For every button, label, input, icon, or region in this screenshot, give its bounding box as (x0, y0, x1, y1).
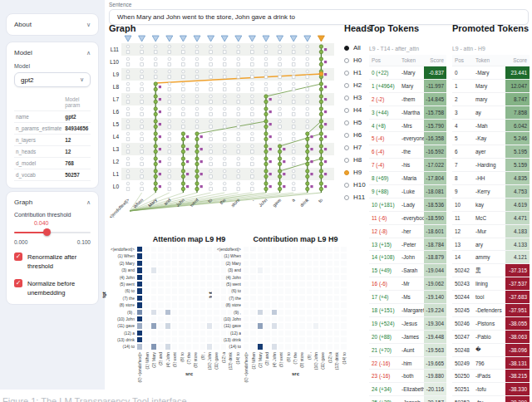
graph-node-attn[interactable] (168, 107, 171, 110)
column-triangle-icon[interactable] (221, 36, 228, 42)
heatmap-cell[interactable] (243, 316, 249, 322)
heatmap-cell[interactable] (178, 267, 185, 273)
ffn-block-icon[interactable] (200, 160, 203, 163)
graph-node-mlp[interactable] (182, 88, 185, 91)
heatmap-cell[interactable] (136, 343, 143, 350)
ffn-block-icon[interactable] (186, 173, 189, 175)
graph-node-mlp[interactable] (154, 125, 157, 128)
graph-node-attn[interactable] (209, 182, 213, 185)
heatmap-cell[interactable] (333, 309, 340, 316)
heatmap-cell[interactable] (165, 295, 171, 302)
heatmap-cell[interactable] (327, 281, 333, 287)
heatmap-cell[interactable] (136, 330, 143, 336)
heatmap-cell[interactable] (185, 302, 192, 308)
heatmap-cell[interactable] (243, 295, 249, 302)
graph-node-attn[interactable] (182, 70, 185, 73)
heatmap-cell[interactable] (185, 252, 192, 259)
graph-node-mlp[interactable] (195, 76, 199, 79)
graph-node-attn[interactable] (168, 57, 171, 61)
graph-node-mlp[interactable] (237, 188, 240, 191)
heatmap-cell[interactable] (340, 267, 347, 273)
graph-node-attn[interactable] (278, 70, 282, 73)
graph-node-mlp[interactable] (140, 175, 144, 179)
head-item-h6[interactable]: H6 (344, 129, 366, 141)
heatmap-cell[interactable] (340, 309, 347, 316)
graph-node-mlp[interactable] (209, 113, 213, 116)
heatmap-cell[interactable] (249, 252, 256, 259)
heatmap-cell[interactable] (298, 274, 305, 281)
graph-node-mlp[interactable] (237, 63, 240, 66)
graph-node-attn[interactable] (278, 107, 282, 110)
graph-node-mlp[interactable] (278, 174, 281, 178)
graph-node-attn[interactable] (278, 157, 281, 160)
ffn-block-icon[interactable] (324, 135, 327, 138)
heatmap-cell[interactable] (249, 302, 256, 308)
heatmap-cell[interactable] (319, 343, 326, 350)
heatmap-cell[interactable] (157, 322, 164, 329)
heatmap-cell[interactable] (257, 274, 264, 281)
ffn-block-icon[interactable] (283, 160, 285, 163)
heatmap-cell[interactable] (249, 343, 256, 350)
ffn-block-icon[interactable] (269, 173, 272, 175)
graph-node-attn[interactable] (292, 145, 295, 148)
graph-node-mlp[interactable] (140, 88, 144, 91)
heatmap-cell[interactable] (278, 302, 284, 308)
column-triangle-icon[interactable] (290, 36, 297, 42)
ffn-block-icon[interactable] (324, 123, 327, 125)
heatmap-cell[interactable] (200, 295, 206, 302)
graph-node-mlp[interactable] (126, 88, 130, 91)
heatmap-cell[interactable] (200, 322, 206, 329)
graph-node-attn[interactable] (264, 45, 268, 48)
graph-node-attn[interactable] (319, 82, 323, 86)
ffn-block-icon[interactable] (159, 148, 161, 150)
graph-node-attn[interactable] (140, 182, 144, 185)
heatmap-cell[interactable] (284, 309, 291, 316)
heatmap-cell[interactable] (298, 330, 305, 336)
graph-node-mlp[interactable] (195, 100, 199, 104)
graph-node-mlp[interactable] (223, 76, 226, 79)
graph-node-mlp[interactable] (278, 63, 282, 66)
graph-node-mlp[interactable] (168, 63, 171, 66)
graph-node-mlp[interactable] (237, 113, 240, 116)
heatmap-cell[interactable] (278, 336, 284, 343)
heatmap-cell[interactable] (249, 281, 256, 287)
graph-node-mlp[interactable] (306, 88, 309, 91)
graph-node-mlp[interactable] (306, 113, 309, 116)
heatmap-cell[interactable] (278, 295, 284, 302)
heatmap-cell[interactable] (200, 260, 206, 267)
heatmap-cell[interactable] (192, 252, 199, 259)
graph-node-attn[interactable] (140, 120, 144, 123)
graph-node-attn[interactable] (264, 157, 268, 160)
graph-node-mlp[interactable] (278, 76, 282, 79)
contribution-threshold-slider[interactable]: 0.040 (14, 228, 91, 238)
heatmap-cell[interactable] (192, 295, 199, 302)
heatmap-cell[interactable] (327, 252, 333, 259)
model-select[interactable]: gpt2 ∨ (14, 72, 91, 87)
heatmap-cell[interactable] (136, 281, 143, 287)
graph-node-mlp[interactable] (264, 63, 268, 66)
heatmap-cell[interactable] (178, 295, 185, 302)
heatmap-cell[interactable] (257, 322, 264, 329)
heatmap-cell[interactable] (340, 343, 347, 350)
head-item-all[interactable]: All (344, 42, 366, 54)
graph-node-attn[interactable] (126, 107, 130, 110)
graph-node-attn[interactable] (126, 182, 130, 185)
heatmap-cell[interactable] (178, 309, 185, 316)
ffn-block-icon[interactable] (324, 61, 327, 63)
heatmap-cell[interactable] (178, 302, 185, 308)
graph-node-attn[interactable] (168, 145, 171, 148)
graph-node-mlp[interactable] (140, 100, 144, 104)
heatmap-cell[interactable] (313, 274, 319, 281)
heatmap-cell[interactable] (298, 281, 305, 287)
graph-node-mlp[interactable] (306, 150, 309, 153)
graph-node-mlp[interactable] (319, 62, 323, 66)
graph-node-mlp[interactable] (237, 125, 240, 129)
heatmap-cell[interactable] (171, 260, 178, 267)
heatmap-cell[interactable] (271, 295, 278, 302)
heatmap-cell[interactable] (243, 274, 249, 281)
graph-node-mlp[interactable] (168, 150, 171, 154)
heatmap-cell[interactable] (143, 336, 150, 343)
graph-node-mlp[interactable] (154, 76, 157, 79)
heatmap-cell[interactable] (327, 287, 333, 294)
graph-node-attn[interactable] (182, 107, 185, 110)
